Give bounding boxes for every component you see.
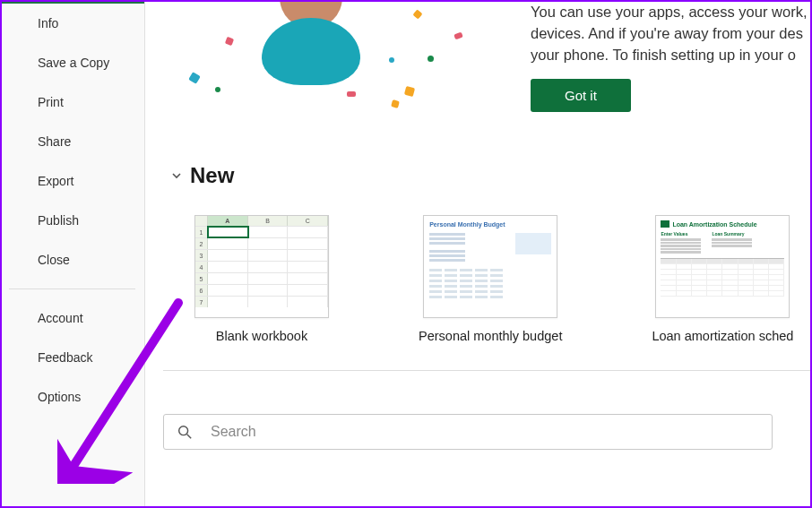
promo-text: You can use your apps, access your work,…	[531, 2, 810, 66]
search-box[interactable]	[163, 414, 773, 450]
svg-point-0	[179, 426, 188, 435]
sidebar-divider	[9, 288, 135, 289]
template-label: Personal monthly budget	[419, 329, 562, 343]
new-section-header[interactable]: New	[170, 163, 810, 188]
templates-row: A B C 1 2 3 4 5 6 7 Blank workbook	[163, 215, 810, 343]
sidebar-item-print[interactable]: Print	[2, 82, 144, 122]
svg-line-1	[187, 435, 192, 439]
sidebar-item-close[interactable]: Close	[2, 240, 144, 280]
template-thumb-budget: Personal Monthly Budget	[423, 215, 557, 318]
sidebar-item-info[interactable]: Info	[2, 4, 144, 43]
template-blank-workbook[interactable]: A B C 1 2 3 4 5 6 7 Blank workbook	[194, 215, 329, 343]
search-input[interactable]	[211, 424, 759, 440]
sidebar-item-options[interactable]: Options	[2, 377, 144, 417]
template-thumb-loan: Loan Amortization Schedule Enter Values …	[655, 215, 790, 318]
sidebar-item-share[interactable]: Share	[2, 122, 144, 161]
section-title-new: New	[190, 163, 234, 188]
sidebar-item-export[interactable]: Export	[2, 161, 144, 201]
sidebar-item-publish[interactable]: Publish	[2, 201, 144, 240]
search-icon	[177, 424, 193, 440]
template-thumb-blank: A B C 1 2 3 4 5 6 7	[194, 215, 329, 318]
template-label: Loan amortization sched	[652, 329, 793, 343]
template-loan-amortization[interactable]: Loan Amortization Schedule Enter Values …	[652, 215, 793, 343]
got-it-button[interactable]: Got it	[531, 79, 631, 112]
template-personal-budget[interactable]: Personal Monthly Budget	[419, 215, 562, 343]
promo-banner: You can use your apps, access your work,…	[163, 2, 810, 118]
sidebar-item-feedback[interactable]: Feedback	[2, 338, 144, 377]
bank-icon	[661, 220, 669, 228]
divider	[163, 370, 810, 371]
sidebar-item-account[interactable]: Account	[2, 298, 144, 338]
promo-illustration	[163, 2, 504, 109]
chevron-down-icon	[170, 169, 183, 182]
main-content: You can use your apps, access your work,…	[145, 2, 810, 506]
sidebar-item-save-copy[interactable]: Save a Copy	[2, 43, 144, 82]
backstage-sidebar: Info Save a Copy Print Share Export Publ…	[2, 2, 145, 506]
template-label: Blank workbook	[216, 329, 307, 343]
